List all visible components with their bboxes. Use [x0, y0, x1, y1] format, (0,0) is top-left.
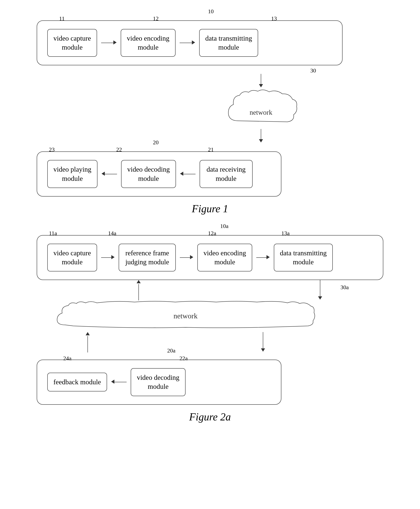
figure1-section: 10 11 12 13 video capturemodule	[16, 12, 404, 215]
module-13-label: data transmittingmodule	[205, 34, 252, 51]
module-11-label: video capturemodule	[53, 34, 91, 51]
module-22a: video decodingmodule	[131, 368, 186, 396]
network-cloud: network	[222, 88, 300, 129]
arrow-21-22	[180, 172, 195, 177]
arrowhead-24a-up	[86, 332, 90, 336]
module-12-label: video encodingmodule	[127, 34, 169, 51]
arrow-down-from-network	[259, 129, 263, 143]
module-11: video capturemodule	[47, 29, 97, 57]
module-13a: data transmittingmodule	[274, 244, 333, 271]
arrow-11a-14a	[101, 255, 115, 260]
ref-20a: 20a	[167, 347, 175, 354]
arrow-24a-up	[86, 332, 90, 353]
fig2a-mid-section: 30a network	[37, 280, 383, 351]
network-cloud-2a: network	[53, 301, 318, 331]
figure2a-label: Figure 2a	[189, 411, 231, 423]
arrowhead-14a-12a	[190, 255, 193, 260]
fig1-mid-section: 30 network	[37, 65, 343, 143]
arrow-13a-down	[318, 280, 322, 301]
arrow-11-12	[101, 40, 117, 45]
main-container: 10 11 12 13 video capturemodule	[16, 12, 404, 435]
arrowhead-up-14a	[137, 280, 141, 284]
arrow-22a-24a	[111, 380, 127, 385]
arrowhead-left-22a-24a	[111, 380, 114, 385]
module-22-label: video decodingmodule	[127, 166, 170, 182]
fig1-group1: video capturemodule video encodingmodule	[37, 20, 343, 65]
svg-text:network: network	[173, 312, 198, 320]
arrow-12a-13a	[256, 255, 270, 260]
ref-30: 30	[310, 67, 316, 74]
module-23-label: video playingmodule	[53, 166, 91, 182]
arrow-down-to-network	[259, 74, 263, 88]
fig1-network-column: 30 network	[222, 65, 300, 143]
fig1-group2: video playingmodule video decodingmodule	[37, 151, 281, 196]
ref-10a: 10a	[220, 223, 228, 229]
arrowhead-12-13	[192, 40, 195, 45]
arrowhead-down-receiver	[259, 139, 263, 143]
module-21-label: data receivingmodule	[207, 166, 246, 182]
arrowhead-12a-13a	[266, 255, 270, 260]
module-24a: feedback module	[47, 373, 107, 392]
fig2a-wrapper: 10a 11a 14a 12a 13a video capturemodule	[37, 227, 383, 405]
arrowhead-13a-down	[318, 296, 322, 301]
module-23: video playingmodule	[47, 160, 98, 188]
ref-30a: 30a	[340, 284, 349, 291]
arrow-up-to-14a	[137, 280, 141, 301]
module-11a-label: video capturemodule	[53, 249, 91, 266]
arrow-12-13	[180, 40, 195, 45]
module-13: data transmittingmodule	[199, 29, 258, 57]
module-13a-label: data transmittingmodule	[280, 249, 327, 266]
module-14a: reference framejudging module	[119, 244, 176, 271]
module-22: video decodingmodule	[121, 160, 176, 188]
fig1-wrapper: 10 11 12 13 video capturemodule	[37, 12, 383, 197]
ref-20: 20	[153, 139, 159, 146]
arrow-14a-12a	[180, 255, 193, 260]
module-12: video encodingmodule	[121, 29, 176, 57]
arrow-network-down-22a	[261, 332, 265, 353]
fig2a-group2: feedback module video decodingmodule	[37, 360, 281, 404]
module-21: data receivingmodule	[200, 160, 253, 188]
svg-text:network: network	[249, 108, 272, 116]
arrowhead-down-network	[259, 84, 263, 88]
ref-10: 10	[208, 8, 214, 15]
module-12a-label: video encodingmodule	[203, 249, 246, 266]
module-22a-label: video decodingmodule	[137, 374, 180, 390]
module-12a: video encodingmodule	[197, 244, 252, 271]
module-24a-label: feedback module	[53, 378, 101, 386]
arrowhead-11-12	[113, 40, 117, 45]
arrowhead-11a-14a	[111, 255, 115, 260]
arrowhead-network-22a	[261, 348, 265, 353]
module-11a: video capturemodule	[47, 244, 97, 271]
figure1-label: Figure 1	[192, 203, 228, 215]
arrowhead-left-21-22	[180, 172, 183, 177]
fig2a-group1: video capturemodule reference framejudgi…	[37, 235, 383, 280]
module-14a-label: reference framejudging module	[125, 249, 169, 266]
arrow-22-23	[102, 172, 117, 177]
arrowhead-left-22-23	[102, 172, 105, 177]
figure2a-section: 10a 11a 14a 12a 13a video capturemodule	[16, 227, 404, 423]
